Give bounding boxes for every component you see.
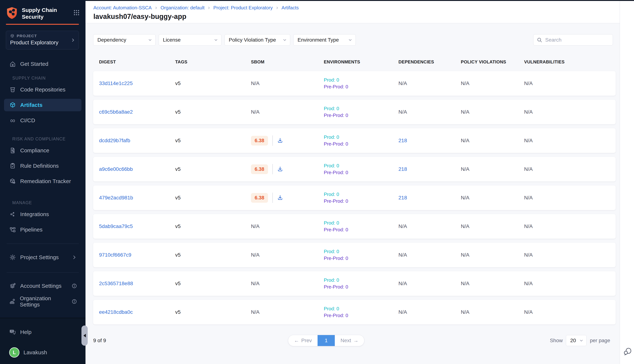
sidebar-collapse-handle[interactable] (82, 326, 88, 346)
digest-link[interactable]: dcdd29b7fafb (99, 138, 130, 143)
breadcrumb-link[interactable]: Account: Automation-SSCA (93, 5, 152, 11)
table-row: 9710cf6667c9v5N/AProd: 0Pre-Prod: 0N/AN/… (93, 243, 616, 267)
digest-link[interactable]: ee4218cdba0c (99, 309, 133, 315)
right-margin (620, 1, 634, 364)
sbom-download-button[interactable] (277, 195, 283, 201)
table-row: 33d114e1c225v5N/AProd: 0Pre-Prod: 0N/AN/… (93, 71, 616, 96)
digest-link[interactable]: c69c5b6a8ae2 (99, 109, 133, 115)
digest-cell: ee4218cdba0c (99, 309, 175, 315)
digest-link[interactable]: 5dab9caa79c5 (99, 224, 133, 229)
breadcrumb-link[interactable]: Artifacts (281, 5, 299, 11)
na-value: N/A (399, 109, 407, 115)
dependencies-cell: N/A (399, 224, 461, 229)
dependencies-link[interactable]: 218 (399, 138, 407, 143)
sbom-download-button[interactable] (277, 138, 283, 144)
sbom-download-button[interactable] (277, 166, 283, 172)
supply-chain-security-logo-icon (6, 6, 18, 20)
filter-label: Policy Violation Type (229, 37, 276, 43)
dependencies-link[interactable]: 218 (399, 195, 407, 200)
environments-cell: Prod: 0Pre-Prod: 0 (324, 191, 399, 204)
next-page-button[interactable]: Next → (335, 335, 364, 346)
sidebar-header: Supply Chain Security (0, 0, 86, 20)
na-value: N/A (399, 80, 407, 86)
show-label: Show (550, 338, 563, 344)
prod-count: Prod: 0 (324, 220, 399, 226)
na-value: N/A (461, 224, 469, 229)
project-cube-icon (10, 34, 15, 38)
digest-link[interactable]: 9710cf6667c9 (99, 252, 131, 258)
sidebar-item-organization-settings[interactable]: Organization Settings (4, 295, 82, 308)
user-menu[interactable]: L Lavakush (4, 346, 82, 359)
project-selector[interactable]: PROJECT Product Exploratory (6, 31, 79, 50)
prev-page-button[interactable]: ← Prev (288, 335, 318, 346)
sidebar-item-get-started[interactable]: Get Started (4, 58, 82, 70)
filter-dependency[interactable]: Dependency (93, 34, 156, 46)
dependencies-link[interactable]: 218 (399, 166, 407, 172)
tag-value: v5 (175, 280, 181, 286)
search-input[interactable] (545, 37, 611, 43)
sbom-cell: N/A (251, 109, 324, 115)
sidebar-item-compliance[interactable]: Compliance (4, 144, 82, 157)
project-name: Product Exploratory (10, 40, 75, 46)
column-header-policy-violations: POLICY VIOLATIONS (461, 60, 524, 64)
sidebar-item-help[interactable]: ? Help (4, 326, 82, 338)
app-title-line2: Security (22, 14, 73, 20)
tag-cell: v5 (175, 280, 251, 286)
sidebar-item-integrations[interactable]: Integrations (4, 208, 82, 220)
digest-link[interactable]: 2c5365718e88 (99, 280, 133, 286)
divider (7, 244, 79, 244)
sidebar-section-heading: RISK AND COMPLIANCE (0, 136, 86, 142)
breadcrumb-link[interactable]: Project: Product Exploratory (213, 5, 273, 11)
filter-policy-violation-type[interactable]: Policy Violation Type (224, 34, 290, 46)
breadcrumb-link[interactable]: Organization: default (161, 5, 205, 11)
policy-violations-cell: N/A (461, 252, 524, 258)
column-header-environments: ENVIRONMENTS (324, 60, 399, 64)
vulnerabilities-cell: N/A (524, 109, 616, 115)
integrations-icon (9, 211, 16, 218)
user-name: Lavakush (24, 349, 47, 356)
sidebar-item-artifacts[interactable]: Artifacts (4, 99, 82, 111)
sidebar-item-label: Compliance (20, 147, 49, 154)
sidebar-item-pipelines[interactable]: Pipelines (4, 224, 82, 236)
sidebar-item-project-settings[interactable]: Project Settings (4, 251, 82, 264)
filter-environment-type[interactable]: Environment Type (293, 34, 356, 46)
sidebar-item-ci-cd[interactable]: ∞CI/CD (4, 114, 82, 127)
tag-cell: v5 (175, 309, 251, 315)
digest-link[interactable]: 33d114e1c225 (99, 80, 133, 86)
na-value: N/A (461, 195, 469, 200)
na-value: N/A (251, 280, 260, 286)
info-icon[interactable] (72, 299, 77, 304)
digest-link[interactable]: a9c6e00c66bb (99, 166, 133, 172)
svg-text:?: ? (11, 330, 13, 333)
breadcrumb: Account: Automation-SSCAOrganization: de… (93, 5, 620, 11)
page-size-select[interactable]: 20 (566, 335, 586, 346)
filter-license[interactable]: License (159, 34, 221, 46)
chevron-right-icon (275, 6, 279, 10)
info-icon[interactable] (72, 283, 77, 289)
sidebar-nav: Get StartedSUPPLY CHAINCode Repositories… (0, 58, 86, 236)
na-value: N/A (399, 252, 407, 258)
policy-violations-cell: N/A (461, 109, 524, 115)
digest-link[interactable]: 479e2acd981b (99, 195, 133, 200)
module-grid-icon[interactable] (73, 9, 80, 16)
sidebar-item-label: Rule Definitions (20, 163, 59, 169)
tag-cell: v5 (175, 166, 251, 172)
sbom-cell: N/A (251, 309, 324, 315)
divider (272, 193, 273, 203)
org-gear-icon (9, 298, 16, 305)
na-value: N/A (461, 138, 469, 143)
chevron-right-icon (72, 254, 77, 260)
sidebar-item-rule-definitions[interactable]: Rule Definitions (4, 160, 82, 172)
page-title: lavakush07/easy-buggy-app (93, 13, 620, 20)
dependencies-cell: N/A (399, 309, 461, 315)
sidebar-item-remediation-tracker[interactable]: Remediation Tracker (4, 175, 82, 188)
sidebar-item-account-settings[interactable]: Account Settings (4, 280, 82, 292)
sidebar-item-label: Integrations (20, 211, 49, 217)
sbom-score-badge: 6.38 (251, 164, 268, 174)
na-value: N/A (461, 109, 469, 115)
sidebar-item-code-repositories[interactable]: Code Repositories (4, 84, 82, 96)
chat-bubbles-icon[interactable] (623, 347, 632, 356)
doc-search-icon (9, 147, 16, 154)
current-page-button[interactable]: 1 (318, 335, 335, 346)
divider (7, 272, 79, 272)
